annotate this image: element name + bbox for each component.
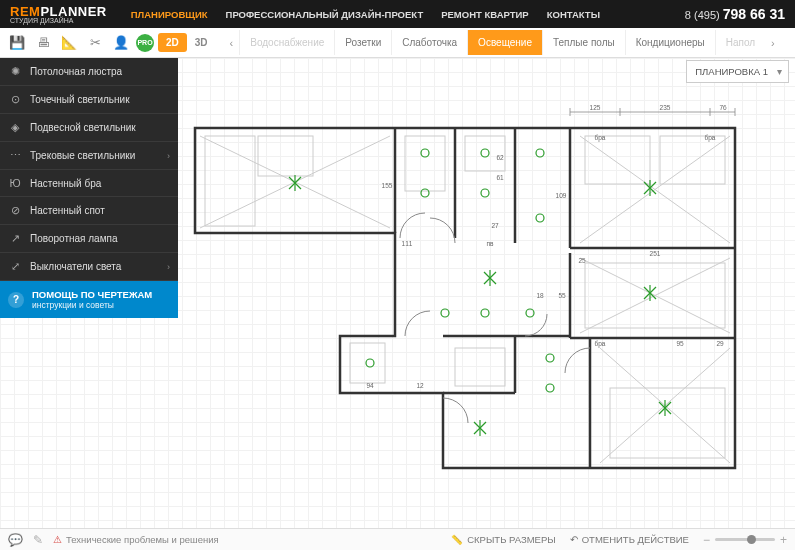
tool-wall-spot[interactable]: ⊘Настенный спот bbox=[0, 197, 178, 225]
tool-label: Выключатели света bbox=[30, 261, 121, 272]
svg-text:пв: пв bbox=[487, 240, 495, 247]
svg-text:61: 61 bbox=[496, 174, 504, 181]
ruler-icon[interactable]: 📐 bbox=[58, 32, 80, 54]
tool-label: Потолочная люстра bbox=[30, 66, 122, 77]
main-nav: ПЛАНИРОВЩИК ПРОФЕССИОНАЛЬНЫЙ ДИЗАЙН-ПРОЕ… bbox=[131, 9, 600, 20]
svg-text:125: 125 bbox=[590, 104, 601, 111]
svg-rect-20 bbox=[350, 343, 385, 383]
save-icon[interactable]: 💾 bbox=[6, 32, 28, 54]
tool-spot-light[interactable]: ⊙Точечный светильник bbox=[0, 86, 178, 114]
undo-button[interactable]: ↶ОТМЕНИТЬ ДЕЙСТВИЕ bbox=[570, 534, 689, 545]
svg-point-56 bbox=[546, 354, 554, 362]
tool-sidebar: ✺Потолочная люстра ⊙Точечный светильник … bbox=[0, 58, 178, 318]
svg-point-52 bbox=[536, 214, 544, 222]
chat-icon[interactable]: 💬 bbox=[8, 533, 23, 547]
chevron-right-icon: › bbox=[167, 262, 170, 272]
wall-spot-icon: ⊘ bbox=[8, 204, 22, 217]
tool-track-lights[interactable]: ⋯Трековые светильники› bbox=[0, 142, 178, 170]
zoom-out-icon[interactable]: − bbox=[703, 533, 710, 547]
svg-point-51 bbox=[536, 149, 544, 157]
view-toggle: 2D 3D bbox=[158, 33, 216, 52]
svg-text:62: 62 bbox=[496, 154, 504, 161]
svg-point-58 bbox=[366, 359, 374, 367]
nav-planner[interactable]: ПЛАНИРОВЩИК bbox=[131, 9, 208, 20]
svg-text:155: 155 bbox=[382, 182, 393, 189]
layer-prev-icon[interactable]: ‹ bbox=[224, 37, 240, 49]
svg-rect-15 bbox=[585, 136, 650, 184]
svg-point-53 bbox=[441, 309, 449, 317]
tool-label: Настенный бра bbox=[30, 178, 101, 189]
logo[interactable]: REMPLANNER СТУДИЯ ДИЗАЙНА bbox=[10, 4, 107, 24]
zoom-control: − + bbox=[703, 533, 787, 547]
zoom-in-icon[interactable]: + bbox=[780, 533, 787, 547]
layer-tab-heating[interactable]: Теплые полы bbox=[542, 30, 625, 55]
svg-rect-16 bbox=[660, 136, 725, 184]
svg-text:12: 12 bbox=[416, 382, 424, 389]
pro-badge[interactable]: PRO bbox=[136, 34, 154, 52]
svg-point-55 bbox=[526, 309, 534, 317]
status-bar: 💬 ✎ ⚠Технические проблемы и решения 📏СКР… bbox=[0, 528, 795, 550]
layer-tab-floor[interactable]: Напол bbox=[715, 30, 765, 55]
svg-point-54 bbox=[481, 309, 489, 317]
tools-icon[interactable]: ✂ bbox=[84, 32, 106, 54]
svg-text:27: 27 bbox=[491, 222, 499, 229]
tool-label: Подвесной светильник bbox=[30, 122, 136, 133]
tool-ceiling-lamp[interactable]: ✺Потолочная люстра bbox=[0, 58, 178, 86]
tool-pendant[interactable]: ◈Подвесной светильник bbox=[0, 114, 178, 142]
pendant-icon: ◈ bbox=[8, 121, 22, 134]
svg-point-49 bbox=[481, 149, 489, 157]
print-icon[interactable]: 🖶 bbox=[32, 32, 54, 54]
nav-contacts[interactable]: КОНТАКТЫ bbox=[547, 9, 600, 20]
svg-text:76: 76 bbox=[719, 104, 727, 111]
svg-rect-18 bbox=[455, 348, 505, 386]
svg-rect-19 bbox=[610, 388, 725, 458]
warning-icon: ⚠ bbox=[53, 534, 62, 545]
ruler-icon: 📏 bbox=[451, 534, 463, 545]
svg-text:95: 95 bbox=[676, 340, 684, 347]
svg-text:бра: бра bbox=[595, 134, 606, 142]
svg-point-57 bbox=[546, 384, 554, 392]
floor-plan[interactable]: 125 235 76 155 62 61 109 251 111 27 25 1… bbox=[190, 98, 750, 478]
svg-text:18: 18 bbox=[536, 292, 544, 299]
phone-number[interactable]: 8 (495)798 66 31 bbox=[685, 6, 785, 22]
tool-label: Точечный светильник bbox=[30, 94, 130, 105]
undo-icon: ↶ bbox=[570, 534, 578, 545]
hide-sizes-button[interactable]: 📏СКРЫТЬ РАЗМЕРЫ bbox=[451, 534, 555, 545]
nav-design[interactable]: ПРОФЕССИОНАЛЬНЫЙ ДИЗАЙН-ПРОЕКТ bbox=[226, 9, 424, 20]
svg-text:235: 235 bbox=[660, 104, 671, 111]
zoom-slider[interactable] bbox=[715, 538, 775, 541]
ceiling-lamp-icon: ✺ bbox=[8, 65, 22, 78]
layer-tabs: ‹ Водоснабжение Розетки Слаботочка Освещ… bbox=[224, 30, 789, 55]
help-icon: ? bbox=[8, 292, 24, 308]
nav-repair[interactable]: РЕМОНТ КВАРТИР bbox=[441, 9, 529, 20]
toolbar: 💾 🖶 📐 ✂ 👤 PRO 2D 3D ‹ Водоснабжение Розе… bbox=[0, 28, 795, 58]
svg-text:109: 109 bbox=[556, 192, 567, 199]
layer-next-icon[interactable]: › bbox=[765, 37, 781, 49]
layer-tab-sockets[interactable]: Розетки bbox=[334, 30, 391, 55]
view-2d-button[interactable]: 2D bbox=[158, 33, 187, 52]
layer-tab-lowcurrent[interactable]: Слаботочка bbox=[391, 30, 467, 55]
tool-label: Настенный спот bbox=[30, 205, 105, 216]
svg-rect-13 bbox=[405, 136, 445, 191]
tool-wall-sconce[interactable]: ЮНастенный бра bbox=[0, 170, 178, 197]
rotating-icon: ↗ bbox=[8, 232, 22, 245]
layer-tab-water[interactable]: Водоснабжение bbox=[239, 30, 334, 55]
help-title: ПОМОЩЬ ПО ЧЕРТЕЖАМ bbox=[32, 289, 152, 300]
help-panel[interactable]: ? ПОМОЩЬ ПО ЧЕРТЕЖАМ инструкции и советы bbox=[0, 281, 178, 318]
spot-light-icon: ⊙ bbox=[8, 93, 22, 106]
view-3d-button[interactable]: 3D bbox=[187, 33, 216, 52]
zoom-thumb[interactable] bbox=[747, 535, 756, 544]
issues-link[interactable]: ⚠Технические проблемы и решения bbox=[53, 534, 219, 545]
tool-switches[interactable]: ⤢Выключатели света› bbox=[0, 253, 178, 281]
switch-icon: ⤢ bbox=[8, 260, 22, 273]
chevron-right-icon: › bbox=[167, 151, 170, 161]
svg-text:94: 94 bbox=[366, 382, 374, 389]
layout-selector[interactable]: ПЛАНИРОВКА 1 bbox=[686, 60, 789, 83]
track-icon: ⋯ bbox=[8, 149, 22, 162]
layer-tab-ac[interactable]: Кондиционеры bbox=[625, 30, 715, 55]
user-icon[interactable]: 👤 bbox=[110, 32, 132, 54]
layer-tab-lighting[interactable]: Освещение bbox=[467, 30, 542, 55]
svg-text:251: 251 bbox=[650, 250, 661, 257]
feedback-icon[interactable]: ✎ bbox=[33, 533, 43, 547]
tool-rotating-lamp[interactable]: ↗Поворотная лампа bbox=[0, 225, 178, 253]
